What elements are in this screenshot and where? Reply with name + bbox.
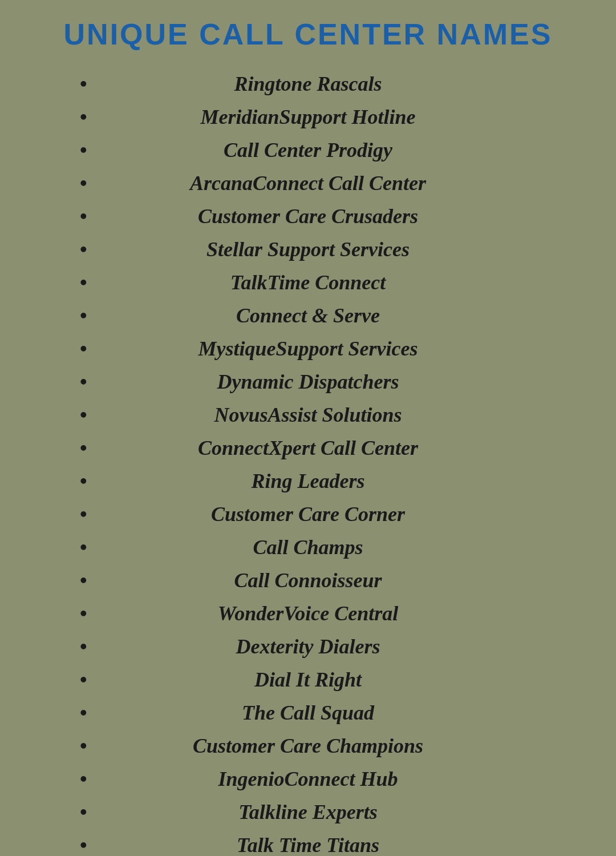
list-item: ConnectXpert Call Center [46, 431, 570, 465]
list-item: Ring Leaders [46, 465, 570, 498]
list-item: Talkline Experts [46, 796, 570, 829]
list-item: Customer Care Corner [46, 498, 570, 531]
list-item: Call Center Prodigy [46, 134, 570, 167]
list-item: Talk Time Titans [46, 829, 570, 856]
list-item: ArcanaConnect Call Center [46, 167, 570, 200]
list-item: MeridianSupport Hotline [46, 100, 570, 134]
list-item: Dynamic Dispatchers [46, 365, 570, 398]
list-item: Call Champs [46, 531, 570, 564]
page-title: UNIQUE CALL CENTER NAMES [41, 17, 576, 51]
list-item: Ringtone Rascals [46, 67, 570, 100]
list-item: TalkTime Connect [46, 266, 570, 299]
list-item: Call Connoisseur [46, 564, 570, 597]
list-item: IngenioConnect Hub [46, 762, 570, 796]
list-item: Dial It Right [46, 663, 570, 696]
list-item: MystiqueSupport Services [46, 332, 570, 365]
list-item: The Call Squad [46, 696, 570, 729]
list-item: Connect & Serve [46, 299, 570, 332]
list-item: Stellar Support Services [46, 233, 570, 266]
names-list: Ringtone RascalsMeridianSupport HotlineC… [0, 67, 616, 856]
list-item: WonderVoice Central [46, 597, 570, 630]
list-item: NovusAssist Solutions [46, 398, 570, 431]
list-item: Customer Care Champions [46, 729, 570, 762]
list-item: Dexterity Dialers [46, 630, 570, 663]
list-item: Customer Care Crusaders [46, 200, 570, 233]
